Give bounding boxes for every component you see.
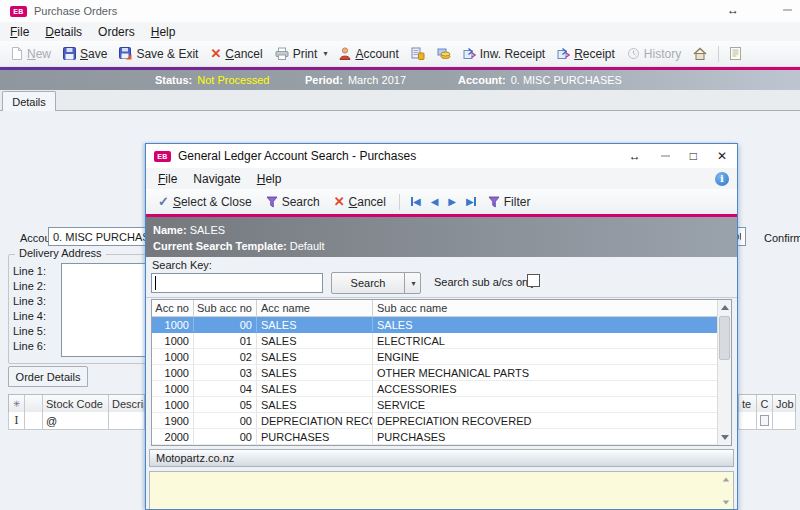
row-checkbox[interactable]: [760, 415, 769, 426]
table-row[interactable]: 190000DEPRECIATION RECOV...DEPRECIATION …: [152, 413, 731, 429]
menu-file[interactable]: File: [2, 24, 37, 40]
table-row[interactable]: 100003SALESOTHER MECHANICAL PARTS: [152, 365, 731, 381]
nav-last-button[interactable]: ▶: [463, 196, 479, 207]
table-row[interactable]: 200000PURCHASESPURCHASES: [152, 429, 731, 445]
cancel-button[interactable]: ✕ Cancel: [205, 44, 267, 63]
search-toolbar-button[interactable]: Search: [261, 193, 325, 211]
save-floppy-icon: [63, 47, 76, 60]
main-tabstrip: Details: [0, 90, 800, 111]
new-page-icon: [11, 47, 23, 60]
filter-button[interactable]: Filter: [483, 193, 536, 211]
order-grid-row-left[interactable]: I @: [8, 412, 145, 430]
dialog-minimize-icon[interactable]: [661, 155, 670, 157]
delivery-line4-label: Line 4:: [13, 310, 46, 322]
col-sub-acc-name[interactable]: Sub acc name: [373, 300, 731, 316]
col-acc-name[interactable]: Acc name: [257, 300, 373, 316]
main-minimize-icon[interactable]: [783, 9, 792, 11]
tab-order-details[interactable]: Order Details: [8, 366, 88, 387]
inwards-receipt-icon: [463, 47, 476, 60]
grid-description-header[interactable]: Descript: [109, 395, 144, 412]
ledger-button[interactable]: [432, 45, 456, 62]
table-row[interactable]: 100005SALESSERVICE: [152, 397, 731, 413]
tab-details[interactable]: Details: [2, 91, 56, 111]
search-sub-checkbox[interactable]: [527, 274, 540, 287]
check-icon: ✓: [158, 194, 169, 209]
notes-panel[interactable]: [149, 471, 734, 510]
dialog-titlebar: EB General Ledger Account Search - Purch…: [146, 144, 737, 168]
scrollbar-thumb[interactable]: [719, 316, 730, 360]
search-dropdown-button[interactable]: ▾: [404, 272, 421, 294]
main-window-title: Purchase Orders: [34, 5, 117, 17]
print-button[interactable]: Print ▾: [270, 45, 333, 63]
dialog-menu-navigate[interactable]: Navigate: [185, 171, 248, 187]
dialog-cancel-button[interactable]: ✕ Cancel: [329, 192, 391, 211]
grid-stock-code-header[interactable]: Stock Code: [43, 395, 109, 412]
dialog-menu-help[interactable]: Help: [249, 171, 290, 187]
delivery-line1-label: Line 1:: [13, 265, 46, 277]
save-exit-button[interactable]: Save & Exit: [114, 45, 203, 63]
order-grid-header-left: ✳ Stock Code Descript: [8, 394, 145, 413]
new-button[interactable]: New: [6, 45, 56, 63]
dialog-maximize-icon[interactable]: □: [690, 149, 697, 163]
table-row[interactable]: 100004SALESACCESSORIES: [152, 381, 731, 397]
dialog-resize-icon[interactable]: ↔: [629, 149, 641, 163]
account-strip-field: Account: 0. MISC PURCHASES: [458, 74, 622, 86]
scroll-down-icon[interactable]: [718, 430, 732, 445]
dialog-close-icon[interactable]: ✕: [717, 149, 727, 163]
scroll-up-icon[interactable]: [718, 300, 732, 315]
notes-scroll-down-icon[interactable]: [722, 501, 728, 505]
grid-c-header: C: [757, 395, 773, 412]
gl-account-search-dialog: EB General Ledger Account Search - Purch…: [145, 143, 738, 510]
dialog-menu-file[interactable]: File: [150, 171, 185, 187]
app-logo-icon: EB: [10, 6, 27, 17]
toolbar-separator: [718, 46, 719, 62]
menu-orders[interactable]: Orders: [90, 24, 143, 40]
person-icon: [339, 47, 351, 60]
filter-funnel-icon: [488, 196, 500, 208]
funnel-icon: [266, 196, 278, 208]
col-acc-no[interactable]: Acc no: [152, 300, 194, 316]
table-scrollbar[interactable]: [717, 300, 731, 445]
main-toolbar: New Save Save & Exit ✕ Cancel Print ▾ Ac…: [0, 41, 800, 67]
account-button[interactable]: Account: [334, 45, 403, 63]
search-button[interactable]: Search: [331, 272, 405, 294]
row-cursor-icon: I: [9, 412, 25, 429]
period-value: March 2017: [348, 74, 406, 86]
accounts-table-header: Acc no Sub acc no Acc name Sub acc name: [152, 300, 731, 317]
history-button[interactable]: History: [622, 45, 686, 63]
cancel-x-icon: ✕: [334, 194, 345, 209]
table-row[interactable]: 100000SALESSALES: [152, 317, 731, 333]
delivery-line5-label: Line 5:: [13, 325, 46, 337]
save-button[interactable]: Save: [58, 45, 112, 63]
confirm-label: Confirm: [764, 232, 800, 244]
order-grid-row-right[interactable]: [738, 412, 796, 430]
home-button[interactable]: [688, 45, 712, 62]
receipt-icon: [557, 47, 570, 60]
calculator-button[interactable]: [406, 45, 430, 62]
delivery-address-title: Delivery Address: [15, 247, 106, 259]
receipt-button[interactable]: Receipt: [552, 45, 620, 63]
grid-blank-header: [25, 395, 43, 412]
inwards-receipt-button[interactable]: Inw. Receipt: [458, 45, 550, 63]
table-row[interactable]: 100001SALESELECTRICAL: [152, 333, 731, 349]
notes-scroll-up-icon[interactable]: [722, 478, 728, 482]
notes-scrollbar[interactable]: [719, 473, 732, 510]
nav-previous-button[interactable]: ◀: [428, 196, 442, 207]
nav-first-button[interactable]: ◀: [408, 196, 424, 207]
table-row[interactable]: 100002SALESENGINE: [152, 349, 731, 365]
text-caret: [155, 276, 156, 290]
info-icon[interactable]: i: [715, 172, 729, 186]
stock-code-cell[interactable]: @: [43, 412, 109, 429]
col-sub-acc-no[interactable]: Sub acc no: [194, 300, 257, 316]
search-key-input[interactable]: [151, 273, 323, 293]
main-resize-icon[interactable]: ↔: [727, 3, 739, 17]
print-dropdown-icon[interactable]: ▾: [323, 49, 327, 58]
calculator-icon: [411, 47, 425, 60]
notes-button[interactable]: [725, 45, 746, 62]
select-close-button[interactable]: ✓ Select & Close: [153, 192, 257, 211]
toolbar-separator: [399, 194, 400, 210]
menu-help[interactable]: Help: [143, 24, 184, 40]
menu-details[interactable]: Details: [37, 24, 90, 40]
order-grid-header-right: te C Job (: [738, 394, 796, 413]
nav-next-button[interactable]: ▶: [445, 196, 459, 207]
